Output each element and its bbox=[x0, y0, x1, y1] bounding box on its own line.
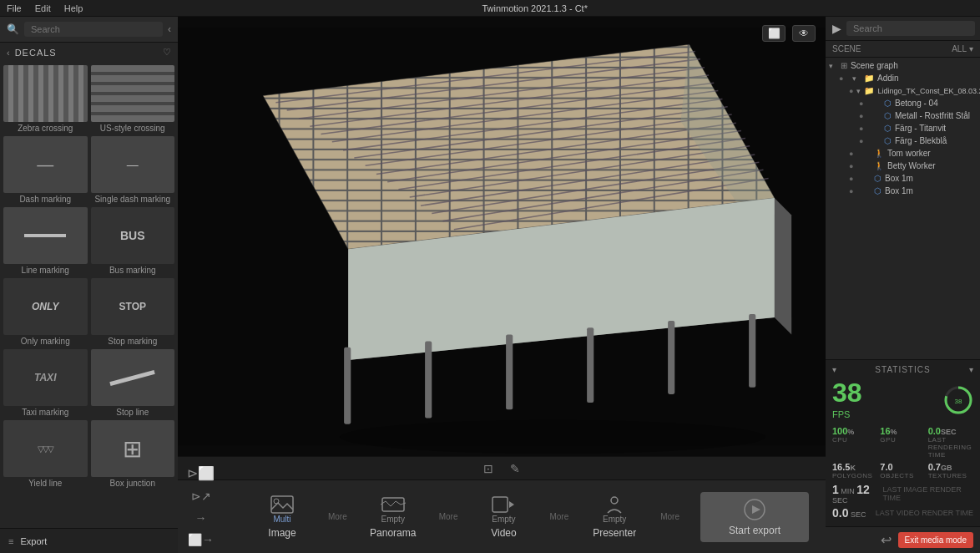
decals-label: DECALS bbox=[15, 48, 57, 58]
video-render-time: 0.0 SEC bbox=[832, 506, 866, 520]
tree-eye[interactable]: ● bbox=[849, 162, 859, 170]
scene-label: SCENE bbox=[832, 44, 861, 53]
video-more[interactable]: More bbox=[549, 512, 568, 521]
tree-label: Scene graph bbox=[851, 61, 898, 70]
tree-icon-object: ⬡ bbox=[884, 99, 892, 108]
tree-eye[interactable]: ● bbox=[849, 150, 859, 158]
pen-icon[interactable]: ✎ bbox=[510, 462, 520, 475]
video-label: Video bbox=[491, 527, 516, 539]
ground-shadow bbox=[340, 420, 766, 454]
menu-lines-icon[interactable]: ≡ bbox=[8, 536, 13, 546]
tree-item-betty[interactable]: ● 🚶 Betty Worker bbox=[826, 160, 980, 172]
back-icon[interactable]: ‹ bbox=[7, 48, 10, 58]
fps-unit: FPS bbox=[832, 409, 850, 419]
list-item[interactable]: Single dash marking bbox=[91, 136, 175, 204]
menu-file[interactable]: File bbox=[7, 3, 22, 13]
tree-eye[interactable]: ● bbox=[859, 112, 869, 120]
export-item-image[interactable]: Multi Image bbox=[245, 495, 320, 539]
list-item[interactable]: US-style crossing bbox=[91, 65, 175, 133]
decal-thumb-yield bbox=[3, 420, 88, 477]
favorite-icon[interactable]: ♡ bbox=[163, 47, 171, 58]
tree-item-box2[interactable]: ● ⬡ Box 1m bbox=[826, 185, 980, 197]
export-item-panorama[interactable]: Empty Panorama bbox=[356, 495, 431, 539]
tree-item-tom[interactable]: ● 🚶 Tom worker bbox=[826, 147, 980, 160]
export-icon-2[interactable]: ⊳↗ bbox=[191, 490, 211, 503]
tree-eye[interactable]: ● bbox=[859, 137, 869, 145]
stats-grid-2: 16.5K POLYGONS 7.0 OBJECTS 0.7GB TEXTURE… bbox=[832, 462, 973, 479]
tree-icon-folder: 📁 bbox=[864, 86, 874, 95]
tree-label: Färg - Titanvit bbox=[895, 124, 946, 133]
frame-button[interactable]: ⬜ bbox=[762, 25, 786, 42]
menu-help[interactable]: Help bbox=[64, 3, 83, 13]
stat-objects: 7.0 OBJECTS bbox=[880, 462, 925, 479]
tree-eye[interactable]: ● bbox=[849, 187, 859, 195]
svg-rect-27 bbox=[749, 314, 755, 388]
viewport-controls: ⬜ 👁 bbox=[762, 25, 816, 42]
tree-icon-person: 🚶 bbox=[874, 149, 884, 158]
tree-eye[interactable]: ● bbox=[839, 74, 849, 83]
export-icon-3[interactable]: → bbox=[195, 511, 207, 525]
tree-item-lidingo[interactable]: ● ▾ 📁 Lidingo_TK_Const_EK_08.03.2019 bbox=[826, 84, 980, 97]
stats-toggle[interactable]: ▾ bbox=[832, 365, 836, 374]
building-svg bbox=[178, 17, 826, 456]
tree-item-farg1[interactable]: ● ⬡ Färg - Titanvit bbox=[826, 122, 980, 134]
grid-row: Taxi marking Stop line bbox=[3, 349, 174, 417]
export-icon-4[interactable]: ⬜→ bbox=[188, 533, 214, 546]
tree-eye[interactable]: ● bbox=[849, 87, 853, 95]
bottom-toolbar: ⊡ ✎ bbox=[178, 456, 826, 479]
list-item[interactable]: Only marking bbox=[3, 278, 88, 346]
stat-objects-key: OBJECTS bbox=[880, 472, 925, 479]
list-item[interactable]: Zebra crossing bbox=[3, 65, 88, 133]
tree-item-metall[interactable]: ● ⬡ Metall - Rostfritt Stål bbox=[826, 109, 980, 122]
frame-icon[interactable]: ⊡ bbox=[483, 462, 493, 475]
tree-item-farg2[interactable]: ● ⬡ Färg - Blekblå bbox=[826, 134, 980, 147]
viewport[interactable]: ⬜ 👁 bbox=[178, 17, 826, 456]
back-arrow[interactable]: ‹ bbox=[168, 23, 171, 35]
list-item[interactable]: Stop marking bbox=[91, 278, 175, 346]
tree-label: Metall - Rostfritt Stål bbox=[895, 111, 970, 120]
image-more[interactable]: More bbox=[328, 512, 347, 521]
list-item[interactable]: Bus marking bbox=[91, 207, 175, 275]
tree-eye[interactable]: ● bbox=[849, 175, 859, 183]
panorama-more[interactable]: More bbox=[439, 512, 458, 521]
tree-item-box1[interactable]: ● ⬡ Box 1m bbox=[826, 172, 980, 185]
stat-textures: 0.7GB TEXTURES bbox=[928, 462, 973, 479]
edit-mode-button[interactable]: Exit media mode bbox=[898, 532, 973, 548]
menu-edit[interactable]: Edit bbox=[35, 3, 51, 13]
panorama-label: Panorama bbox=[370, 527, 416, 539]
tree-item-addin[interactable]: ● ▾ 📁 Addin bbox=[826, 72, 980, 84]
list-item[interactable]: Stop line bbox=[91, 349, 175, 417]
tree-eye[interactable]: ● bbox=[859, 124, 869, 133]
decals-grid: Zebra crossing US-style crossing Dash ma… bbox=[0, 62, 178, 528]
svg-rect-23 bbox=[425, 342, 432, 419]
scene-all-button[interactable]: ALL ▾ bbox=[952, 44, 973, 53]
list-item[interactable]: Line marking bbox=[3, 207, 88, 275]
search-input[interactable] bbox=[24, 22, 163, 37]
export-item-video[interactable]: Empty Video bbox=[466, 495, 541, 539]
export-icon-1[interactable]: ⊳⬜ bbox=[187, 465, 215, 481]
list-item[interactable]: Dash marking bbox=[3, 136, 88, 204]
list-item[interactable]: Yield line bbox=[3, 420, 88, 488]
tree-eye[interactable]: ● bbox=[859, 99, 869, 108]
presenter-sub: Empty bbox=[603, 515, 626, 524]
stat-gpu-val: 16% bbox=[880, 426, 925, 436]
tree-item-betong[interactable]: ● ⬡ Betong - 04 bbox=[826, 97, 980, 109]
presenter-more[interactable]: More bbox=[660, 512, 679, 521]
3d-viewport bbox=[178, 17, 826, 456]
tree-label: Färg - Blekblå bbox=[895, 136, 947, 145]
list-item[interactable]: Box junction bbox=[91, 420, 175, 488]
tree-label: Addin bbox=[877, 74, 899, 83]
undo-button[interactable]: ↩ bbox=[881, 532, 892, 548]
tree-item-scene-graph[interactable]: ▾ ⊞ Scene graph bbox=[826, 59, 980, 72]
presenter-icon bbox=[602, 495, 627, 515]
decal-label: Single dash marking bbox=[94, 195, 170, 204]
play-button[interactable]: ▶ bbox=[832, 22, 841, 35]
grid-row: Yield line Box junction bbox=[3, 420, 174, 488]
list-item[interactable]: Taxi marking bbox=[3, 349, 88, 417]
right-search-input[interactable] bbox=[846, 21, 975, 36]
stats-gear[interactable]: ▾ bbox=[969, 365, 973, 374]
start-export-button[interactable]: Start export bbox=[700, 492, 809, 542]
eye-button[interactable]: 👁 bbox=[792, 25, 816, 42]
export-item-presenter[interactable]: Empty Presenter bbox=[577, 495, 652, 539]
decal-label: Taxi marking bbox=[22, 408, 68, 417]
